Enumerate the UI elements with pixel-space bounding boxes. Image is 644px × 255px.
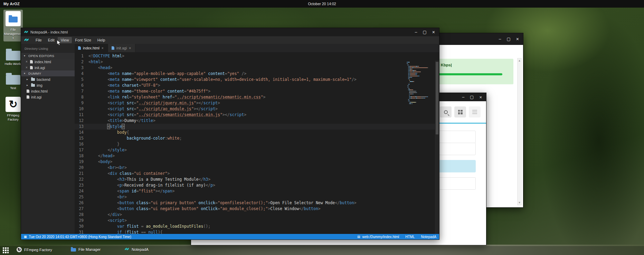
minimize-icon[interactable]: – <box>499 37 501 41</box>
section-dummy-folder[interactable]: ▾DUMMY <box>21 70 75 76</box>
code-line-29[interactable]: 29 <script> <box>75 218 439 224</box>
close-icon[interactable]: × <box>479 95 482 100</box>
calendar-icon: ▦ <box>24 235 27 238</box>
code-line-22[interactable]: 22 <h3>This is a Dummy Testing Module</h… <box>75 177 439 182</box>
code-line-3[interactable]: 3 <head> <box>75 65 439 71</box>
taskbar: ↻ FFmpeg Factory File Manager NotepadA <box>0 246 644 255</box>
file-icon <box>30 66 33 69</box>
directory-sidebar: Directory Listing ▾OPEN EDITORS×index.ht… <box>21 44 75 234</box>
tab-index.html[interactable]: index.html× <box>75 44 108 52</box>
code-line-11[interactable]: 11 <script src="../script/semantic/seman… <box>75 112 439 118</box>
tree-item-img[interactable]: ▸img <box>21 82 75 88</box>
chevron-down-icon: ▾ <box>24 72 27 75</box>
code-line-2[interactable]: 2<html> <box>75 59 439 65</box>
code-line-8[interactable]: 8 <link rel="stylesheet" href="../script… <box>75 94 439 100</box>
folder-icon <box>31 78 35 81</box>
folder-icon <box>6 75 20 85</box>
code-line-15[interactable]: 15 background-color:white; <box>75 135 439 141</box>
code-line-12[interactable]: 12 <title>Dummy</title> <box>75 118 439 124</box>
code-editor[interactable]: 1<!DOCTYPE html>2<html>3 <head>4 <meta n… <box>75 52 439 234</box>
code-line-17[interactable]: 17 </style> <box>75 147 439 153</box>
recycle-icon: ↻ <box>9 99 17 110</box>
code-line-23[interactable]: 23 <p>Received drag-in filelist (if any)… <box>75 182 439 188</box>
taskbar-item-notepada[interactable]: NotepadA <box>124 247 149 252</box>
code-line-5[interactable]: 5 <meta name="viewport" content="user-sc… <box>75 77 439 83</box>
scroll-up-icon[interactable]: ▲ <box>518 59 521 62</box>
list-view-button[interactable] <box>469 106 481 117</box>
maximize-icon[interactable]: ▢ <box>506 37 510 41</box>
taskbar-item-file-manager[interactable]: File Manager <box>71 247 101 252</box>
code-line-28[interactable]: 28 </div> <box>75 212 439 218</box>
code-line-7[interactable]: 7 <meta name="theme-color" content="#4b7… <box>75 88 439 94</box>
search-icon <box>444 110 448 114</box>
tab-init.agi[interactable]: init.agi× <box>108 44 135 52</box>
tree-item-init.agi[interactable]: init.agi <box>21 94 75 100</box>
desktop-icon-test[interactable]: Test <box>3 70 23 92</box>
code-line-16[interactable]: 16 } <box>75 141 439 147</box>
code-line-26[interactable]: 26 <button class="ui primary button" onc… <box>75 200 439 206</box>
close-icon[interactable]: × <box>26 60 28 64</box>
statusbar-language[interactable]: HTML <box>405 235 415 239</box>
code-line-19[interactable]: 19 <body> <box>75 159 439 165</box>
code-line-20[interactable]: 20 <br><br> <box>75 165 439 171</box>
code-line-18[interactable]: 18 </head> <box>75 153 439 159</box>
taskbar-item-label: File Manager <box>78 247 101 252</box>
close-icon[interactable]: × <box>102 46 104 50</box>
desktop-icon-label: Test <box>4 86 22 90</box>
code-line-30[interactable]: 30 var flist = ao_module_loadInputFiles(… <box>75 224 439 229</box>
folder-icon <box>6 51 20 60</box>
close-icon[interactable]: × <box>26 66 28 69</box>
code-line-6[interactable]: 6 <meta charset="UTF-8"> <box>75 83 439 88</box>
desktop-icon-label: Hello World <box>4 62 22 66</box>
code-line-1[interactable]: 1<!DOCTYPE html> <box>75 53 439 59</box>
search-button[interactable] <box>440 106 452 117</box>
code-line-9[interactable]: 9 <script src="../script/jquery.min.js">… <box>75 100 439 106</box>
tree-item-index.html[interactable]: index.html <box>21 88 75 94</box>
menu-font-size[interactable]: Font Size <box>72 37 94 43</box>
taskbar-item-ffmpeg-factory[interactable]: ↻ FFmpeg Factory <box>17 247 52 252</box>
folder-icon <box>31 84 35 87</box>
minimize-icon[interactable]: – <box>415 30 417 34</box>
open-editor-index.html[interactable]: ×index.html <box>21 59 75 65</box>
recycle-icon: ↻ <box>17 247 22 252</box>
ffmpeg-factory-icon: ↻ <box>6 97 21 112</box>
menu-edit[interactable]: Edit <box>45 37 58 43</box>
maximize-icon[interactable]: ▢ <box>470 95 474 99</box>
scrollbar[interactable]: ▲ ▼ <box>517 58 522 205</box>
code-line-10[interactable]: 10 <script src="../script/ao_module.js">… <box>75 106 439 112</box>
section-open-editors[interactable]: ▾OPEN EDITORS <box>21 53 75 59</box>
app-launcher-icon[interactable] <box>3 247 9 253</box>
file-icon <box>27 89 29 93</box>
code-line-4[interactable]: 4 <meta name="apple-mobile-web-app-capab… <box>75 71 439 77</box>
system-topbar: My ArOZ October 20 14:02 <box>0 0 644 8</box>
grid-view-icon <box>458 110 463 114</box>
code-line-24[interactable]: 24 <span id="flist"></span> <box>75 188 439 194</box>
notepada-logo-icon <box>124 247 129 252</box>
code-line-21[interactable]: 21 <div class="ui container"> <box>75 171 439 177</box>
scroll-down-icon[interactable]: ▼ <box>518 201 521 204</box>
code-line-27[interactable]: 27 <button class="ui negative button" on… <box>75 206 439 212</box>
close-icon[interactable]: × <box>432 30 435 35</box>
code-line-13[interactable]: 13 <style> <box>75 124 439 130</box>
tree-item-backend[interactable]: ▸backend <box>21 76 75 82</box>
menu-file[interactable]: File <box>32 37 45 43</box>
code-line-31[interactable]: 31 if (flist == null){ <box>75 229 439 234</box>
list-view-icon <box>472 110 477 114</box>
editor-scrollbar[interactable] <box>435 60 439 234</box>
minimap[interactable] <box>407 62 434 105</box>
open-editor-init.agi[interactable]: ×init.agi <box>21 65 75 70</box>
close-icon[interactable]: × <box>516 37 519 41</box>
desktop-icon-hello-world[interactable]: Hello World <box>3 46 23 67</box>
grid-view-button[interactable] <box>454 106 466 117</box>
code-line-25[interactable]: 25 <br> <box>75 194 439 200</box>
file-icon <box>112 46 114 50</box>
desktop-icon-file-management[interactable]: File Management <box>3 10 23 41</box>
maximize-icon[interactable]: ▢ <box>423 30 426 34</box>
minimize-icon[interactable]: – <box>462 95 464 99</box>
code-line-14[interactable]: 14 body{ <box>75 130 439 135</box>
desktop-icon-ffmpeg-factory[interactable]: ↻ FFmpeg Factory <box>3 95 23 123</box>
window-titlebar[interactable]: NotepadA - index.html – ▢ × <box>21 28 439 36</box>
menu-help[interactable]: Help <box>94 37 108 43</box>
sidebar-heading: Directory Listing <box>21 44 75 53</box>
close-icon[interactable]: × <box>129 46 132 50</box>
